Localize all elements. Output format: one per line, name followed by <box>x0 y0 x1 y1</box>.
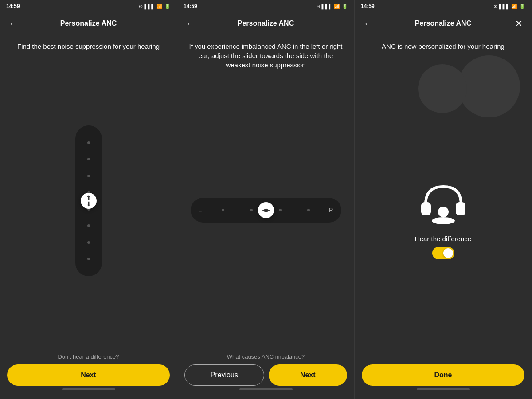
content-2: If you experience imbalanced ANC in the … <box>177 35 354 349</box>
vertical-slider-container: ⬆︎⬇︎ <box>75 60 102 342</box>
status-icons-2: ⊛ ▌▌▌ 📶 🔋 <box>316 4 348 9</box>
time-1: 14:59 <box>6 3 20 9</box>
headphones-illustration: Hear the difference <box>362 60 524 353</box>
footer-link-2[interactable]: What causes ANC imbalance? <box>184 353 347 360</box>
close-button-3[interactable]: ✕ <box>513 16 524 31</box>
hear-diff-label: Hear the difference <box>415 235 471 243</box>
toggle-knob <box>443 248 453 258</box>
status-icons-3: ⊛ ▌▌▌ 📶 🔋 <box>493 4 525 9</box>
battery-icon-2: 🔋 <box>342 4 348 9</box>
footer-buttons-2: Previous Next <box>184 364 347 386</box>
header-1: ← Personalize ANC <box>0 12 177 35</box>
footer-buttons-1: Next <box>7 364 170 386</box>
home-indicator-3 <box>417 388 470 390</box>
wifi-icon-3: 📶 <box>511 4 517 9</box>
battery-icon-3: 🔋 <box>519 4 525 9</box>
hear-diff-toggle[interactable] <box>432 247 454 259</box>
wifi-icon-2: 📶 <box>334 4 340 9</box>
bluetooth-icon-3: ⊛ <box>493 4 497 9</box>
home-indicator-1 <box>62 388 115 390</box>
v-dot-6 <box>87 224 90 227</box>
footer-1: Don't hear a difference? Next <box>0 349 177 399</box>
svg-point-2 <box>432 217 455 224</box>
description-3: ANC is now personalized for your hearing <box>378 42 508 51</box>
hear-diff-section: Hear the difference <box>415 235 471 259</box>
page-title-2: Personalize ANC <box>238 20 294 27</box>
time-3: 14:59 <box>361 3 375 9</box>
svg-point-3 <box>438 207 449 217</box>
footer-link-1[interactable]: Don't hear a difference? <box>7 353 170 360</box>
headphone-svg <box>417 180 470 224</box>
back-button-1[interactable]: ← <box>7 17 20 31</box>
battery-icon: 🔋 <box>164 4 171 9</box>
content-1: Find the best noise suppression for your… <box>0 35 177 349</box>
page-title-3: Personalize ANC <box>415 20 471 27</box>
horizontal-slider-container: L ◀▶ R <box>191 78 341 342</box>
h-dot-3 <box>279 209 282 211</box>
home-indicator-2 <box>239 388 293 390</box>
content-3: ANC is now personalized for your hearing <box>355 35 532 360</box>
previous-button-2[interactable]: Previous <box>184 364 264 386</box>
back-button-2[interactable]: ← <box>184 17 197 31</box>
next-button-1[interactable]: Next <box>7 364 170 386</box>
bubbles-bg <box>418 55 532 153</box>
horizontal-slider-thumb[interactable]: ◀▶ <box>258 202 274 218</box>
status-bar-1: 14:59 ⊛ ▌▌▌ 📶 🔋 <box>0 0 177 12</box>
panel-1: 14:59 ⊛ ▌▌▌ 📶 🔋 ← Personalize ANC Find t… <box>0 0 177 399</box>
next-button-2[interactable]: Next <box>269 364 348 386</box>
svg-rect-0 <box>421 202 431 215</box>
done-button-3[interactable]: Done <box>362 364 524 386</box>
horizontal-slider-track[interactable]: L ◀▶ R <box>191 198 341 223</box>
v-dot-7 <box>87 241 90 244</box>
h-dot-1 <box>222 209 224 211</box>
back-button-3[interactable]: ← <box>362 17 374 31</box>
bluetooth-icon-2: ⊛ <box>316 4 320 9</box>
signal-icon: ▌▌▌ <box>145 4 155 9</box>
footer-buttons-3: Done <box>362 364 524 386</box>
header-2: ← Personalize ANC <box>177 12 354 35</box>
v-dot-2 <box>87 158 90 160</box>
thumb-arrows-icon: ⬆︎⬇︎ <box>86 195 91 207</box>
signal-icon-3: ▌▌▌ <box>499 4 509 9</box>
description-1: Find the best noise suppression for your… <box>14 42 163 51</box>
h-dot-2 <box>250 209 253 211</box>
left-label: L <box>199 207 202 214</box>
headphone-icon <box>417 180 470 226</box>
panel-2: 14:59 ⊛ ▌▌▌ 📶 🔋 ← Personalize ANC If you… <box>177 0 355 399</box>
status-bar-2: 14:59 ⊛ ▌▌▌ 📶 🔋 <box>177 0 354 12</box>
bluetooth-icon: ⊛ <box>139 4 143 9</box>
header-3: ← Personalize ANC ✕ <box>355 12 532 35</box>
footer-2: What causes ANC imbalance? Previous Next <box>177 349 354 399</box>
h-dot-4 <box>307 209 310 211</box>
v-dot-8 <box>87 258 90 260</box>
status-icons-1: ⊛ ▌▌▌ 📶 🔋 <box>139 4 171 9</box>
svg-rect-1 <box>456 202 466 215</box>
status-bar-3: 14:59 ⊛ ▌▌▌ 📶 🔋 <box>355 0 532 12</box>
bubble-1 <box>458 55 520 117</box>
bubble-2 <box>418 64 467 113</box>
description-2: If you experience imbalanced ANC in the … <box>184 42 347 70</box>
page-title-1: Personalize ANC <box>60 20 117 27</box>
v-dot-1 <box>87 141 90 144</box>
panel-3: 14:59 ⊛ ▌▌▌ 📶 🔋 ← Personalize ANC ✕ ANC … <box>355 0 532 399</box>
wifi-icon: 📶 <box>156 4 163 9</box>
footer-3: Done <box>355 360 532 399</box>
time-2: 14:59 <box>184 3 197 9</box>
vertical-slider-track[interactable]: ⬆︎⬇︎ <box>75 125 102 276</box>
signal-icon-2: ▌▌▌ <box>322 4 332 9</box>
v-dot-3 <box>87 175 90 177</box>
vertical-slider-thumb[interactable]: ⬆︎⬇︎ <box>81 193 97 209</box>
thumb-lr-icon: ◀▶ <box>262 207 270 213</box>
right-label: R <box>329 207 333 214</box>
